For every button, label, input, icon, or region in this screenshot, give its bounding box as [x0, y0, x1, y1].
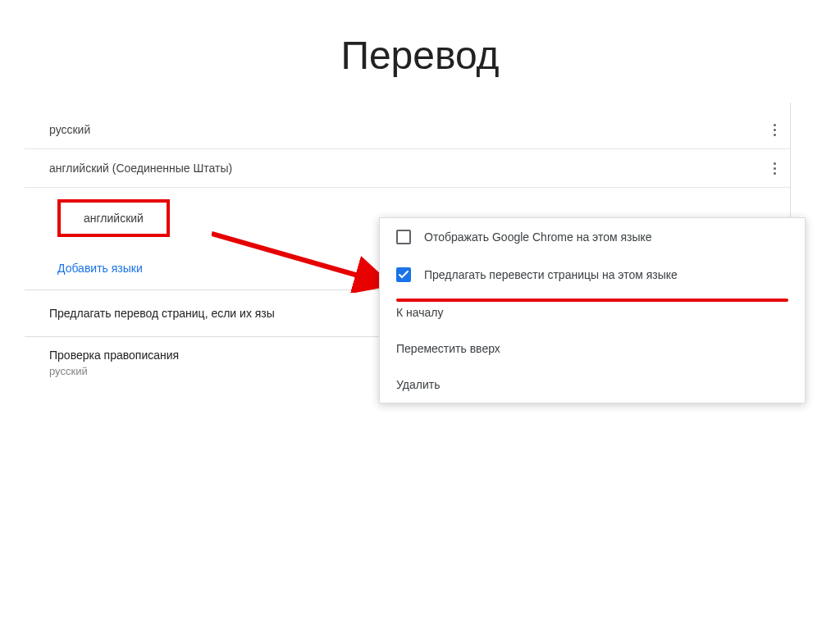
- checkbox-checked-icon[interactable]: [396, 267, 411, 282]
- language-label: английский (Соединенные Штаты): [49, 162, 232, 175]
- menu-offer-translate[interactable]: Предлагать перевести страницы на этом яз…: [380, 256, 805, 294]
- language-label[interactable]: английский: [84, 212, 144, 225]
- language-context-menu: Отображать Google Chrome на этом языке П…: [379, 217, 806, 403]
- menu-move-up[interactable]: Переместить вверх: [380, 330, 805, 367]
- menu-label: Переместить вверх: [396, 342, 500, 355]
- highlight-box: английский: [57, 199, 170, 237]
- more-vert-icon[interactable]: [767, 161, 782, 175]
- language-row: русский: [25, 111, 790, 149]
- page-title: Перевод: [0, 0, 840, 103]
- checkbox-icon[interactable]: [396, 230, 411, 244]
- menu-display-chrome[interactable]: Отображать Google Chrome на этом языке: [380, 218, 805, 256]
- offer-translate-label: Предлагать перевод страниц, если их язы: [49, 307, 275, 320]
- menu-label: Отображать Google Chrome на этом языке: [424, 230, 652, 244]
- menu-label: К началу: [396, 306, 444, 319]
- menu-label: Удалить: [396, 378, 440, 391]
- language-row: английский (Соединенные Штаты): [25, 149, 790, 188]
- menu-label: Предлагать перевести страницы на этом яз…: [424, 268, 678, 281]
- menu-remove[interactable]: Удалить: [380, 367, 805, 403]
- underline-annotation: [396, 299, 788, 302]
- settings-panel: русский английский (Соединенные Штаты) а…: [25, 103, 791, 394]
- language-label: русский: [49, 123, 90, 136]
- more-vert-icon[interactable]: [767, 122, 782, 137]
